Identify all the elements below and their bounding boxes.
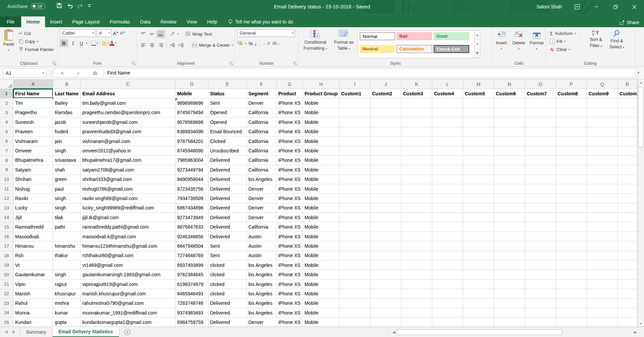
cell-D22[interactable]: 8465946493 xyxy=(175,289,208,298)
cell-H6[interactable]: Mobile xyxy=(303,137,339,146)
cell-H24[interactable]: Mobile xyxy=(303,308,339,318)
cell-G1[interactable]: Product xyxy=(277,89,303,98)
cell-K18[interactable] xyxy=(401,251,432,260)
number-dialog-launcher[interactable] xyxy=(293,61,297,65)
cell-E21[interactable]: clicked xyxy=(208,280,247,289)
cell-P3[interactable] xyxy=(556,108,587,117)
cell-G10[interactable]: iPhone XS xyxy=(277,175,303,184)
cell-I25[interactable] xyxy=(339,318,370,327)
cell-J13[interactable] xyxy=(370,203,401,213)
cell-R17[interactable] xyxy=(618,241,637,251)
cell-K3[interactable] xyxy=(401,108,432,117)
cell-C16[interactable]: masoodvali.k@gmail.com xyxy=(81,232,175,241)
tabbar-resize-handle[interactable]: ⋮ xyxy=(385,327,389,337)
cell-M22[interactable] xyxy=(463,289,494,298)
cell-R6[interactable] xyxy=(618,137,637,146)
cell-B10[interactable]: green xyxy=(53,175,81,184)
cell-A20[interactable]: Gautamkumar xyxy=(13,270,53,279)
cell-Q21[interactable] xyxy=(587,280,618,289)
cell-A4[interactable]: Suneesh xyxy=(13,117,53,127)
cell-D6[interactable]: 9787584201 xyxy=(175,137,208,146)
cell-P15[interactable] xyxy=(556,222,587,232)
cell-M15[interactable] xyxy=(463,222,494,232)
cell-I6[interactable] xyxy=(339,137,370,146)
cell-M16[interactable] xyxy=(463,232,494,241)
cell-P13[interactable] xyxy=(556,203,587,213)
cell-H1[interactable]: Product Group xyxy=(303,89,339,98)
cell-Q17[interactable] xyxy=(587,241,618,251)
cell-P18[interactable] xyxy=(556,251,587,260)
cell-P12[interactable] xyxy=(556,194,587,203)
cell-style-good[interactable]: Good xyxy=(434,32,469,40)
cell-D18[interactable]: 7274648769 xyxy=(175,251,208,260)
cell-O12[interactable] xyxy=(525,194,556,203)
clear-button[interactable]: Clear▾ xyxy=(549,45,586,53)
cell-L23[interactable] xyxy=(432,299,463,308)
cell-B9[interactable]: shah xyxy=(53,165,81,175)
column-header-D[interactable]: D xyxy=(175,80,208,89)
cell-L22[interactable] xyxy=(432,289,463,298)
cell-J3[interactable] xyxy=(370,108,401,117)
cell-O1[interactable]: Custom7 xyxy=(525,89,556,98)
cell-Q11[interactable] xyxy=(587,184,618,194)
cell-L12[interactable] xyxy=(432,194,463,203)
cell-H23[interactable]: Mobile xyxy=(303,299,339,308)
cell-M14[interactable] xyxy=(463,213,494,222)
row-header-2[interactable]: 2 xyxy=(0,98,13,108)
cell-G8[interactable]: iPhone XS xyxy=(277,156,303,165)
cell-C11[interactable]: nishug0786@gmail.com xyxy=(81,184,175,194)
cell-J1[interactable]: Custom2 xyxy=(370,89,401,98)
cell-P20[interactable] xyxy=(556,270,587,279)
cell-P22[interactable] xyxy=(556,289,587,298)
cell-C8[interactable]: bhupalmehra17@gmail.com xyxy=(81,156,175,165)
cell-O24[interactable] xyxy=(525,308,556,318)
cell-O14[interactable] xyxy=(525,213,556,222)
cell-K24[interactable] xyxy=(401,308,432,318)
cell-C3[interactable]: prageethu.ramdas@questionpro.com xyxy=(81,108,175,117)
cell-D12[interactable]: 7934739509 xyxy=(175,194,208,203)
cell-O22[interactable] xyxy=(525,289,556,298)
cell-C14[interactable]: jijil.tk@gmail.com xyxy=(81,213,175,222)
cell-M5[interactable] xyxy=(463,127,494,137)
cell-J12[interactable] xyxy=(370,194,401,203)
column-header-N[interactable]: N xyxy=(494,80,525,89)
cell-E25[interactable]: Delivered xyxy=(208,318,247,327)
cell-N13[interactable] xyxy=(494,203,525,213)
row-header-22[interactable]: 22 xyxy=(0,289,13,298)
cell-K14[interactable] xyxy=(401,213,432,222)
tab-insert[interactable]: Insert xyxy=(45,16,67,27)
cell-N14[interactable] xyxy=(494,213,525,222)
cell-A3[interactable]: Prageethu xyxy=(13,108,53,117)
merge-center-button[interactable]: Merge & Center▾ xyxy=(191,41,234,49)
cell-N17[interactable] xyxy=(494,241,525,251)
cell-L6[interactable] xyxy=(432,137,463,146)
cell-C6[interactable]: vishnaram@gmail.com xyxy=(81,137,175,146)
cell-N22[interactable] xyxy=(494,289,525,298)
cell-N11[interactable] xyxy=(494,184,525,194)
insert-cells-button[interactable]: Insert▾ xyxy=(493,29,510,59)
cell-H16[interactable]: Mobile xyxy=(303,232,339,241)
cell-C5[interactable]: praveenhuded3@gmail.com xyxy=(81,127,175,137)
cell-L2[interactable] xyxy=(432,98,463,108)
cell-N15[interactable] xyxy=(494,222,525,232)
cell-H22[interactable]: Mobile xyxy=(303,289,339,298)
row-header-17[interactable]: 17 xyxy=(0,241,13,251)
cell-D4[interactable]: 9578569898 xyxy=(175,117,208,127)
gallery-more-icon[interactable]: ▬▼ xyxy=(475,49,480,58)
cell-B2[interactable]: Bailey xyxy=(53,98,81,108)
cell-E15[interactable]: Delivered xyxy=(208,222,247,232)
cell-J10[interactable] xyxy=(370,175,401,184)
cell-F14[interactable]: Denver xyxy=(247,213,277,222)
cell-O7[interactable] xyxy=(525,146,556,155)
cell-G16[interactable]: iPhone XS xyxy=(277,232,303,241)
cell-G12[interactable]: iPhone XS xyxy=(277,194,303,203)
cell-B1[interactable]: Last Name xyxy=(53,89,81,98)
row-header-5[interactable]: 5 xyxy=(0,127,13,137)
cell-C7[interactable]: omveer2012@yahoo.in xyxy=(81,146,175,155)
cell-R13[interactable] xyxy=(618,203,637,213)
cell-I8[interactable] xyxy=(339,156,370,165)
cell-O13[interactable] xyxy=(525,203,556,213)
cell-H21[interactable]: Mobile xyxy=(303,280,339,289)
cell-style-calculation[interactable]: Calculation xyxy=(397,45,432,53)
row-header-20[interactable]: 20 xyxy=(0,270,13,279)
